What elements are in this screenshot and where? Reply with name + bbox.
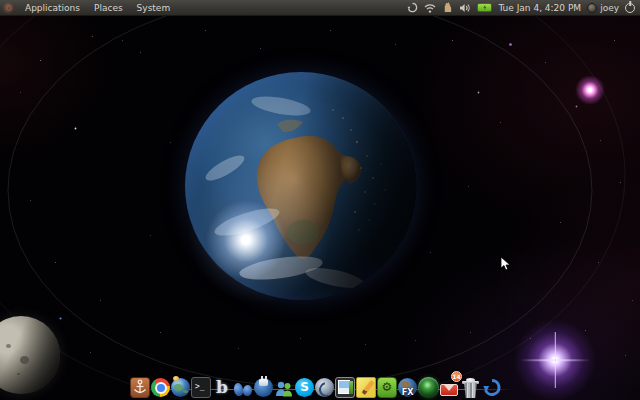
photos-monitor-icon[interactable] [335,377,355,398]
mail-notifier-icon[interactable]: 14 [440,375,460,396]
battery-indicator[interactable] [477,3,492,12]
banshee-icon[interactable]: b [212,377,232,398]
trash-can [463,383,478,398]
wifi-icon[interactable] [424,3,436,13]
magenta-star [575,75,605,105]
desktop-screen: Applications Places System T [0,0,640,400]
wallpaper [0,0,640,400]
tomboy-notes-icon[interactable] [356,377,376,398]
top-panel: Applications Places System T [0,0,640,16]
package-manager-icon[interactable]: ⚙ [377,377,397,398]
envelope-icon [440,384,458,396]
firefox-icon[interactable]: FX [398,378,417,397]
purple-star [515,320,595,400]
terminal-icon[interactable]: >_ [191,377,211,398]
earth [185,72,417,300]
refresh-icon[interactable] [482,377,502,398]
menu-places[interactable]: Places [88,2,129,14]
swirl-app-icon[interactable] [315,378,334,397]
chrome-icon[interactable] [151,378,170,397]
menu-applications[interactable]: Applications [19,2,86,14]
volume-icon[interactable] [459,3,471,13]
sync-icon[interactable] [407,2,418,13]
trash-icon[interactable] [461,377,481,398]
green-orb-icon[interactable] [418,377,439,398]
user-avatar [587,3,597,13]
sun-glint [203,200,289,280]
skype-icon[interactable]: S [295,378,314,397]
web-globe-icon[interactable] [171,378,190,397]
user-name: joey [600,3,619,13]
blue-paws-icon[interactable] [233,377,253,398]
user-menu[interactable]: joey [587,3,619,13]
robot-messenger-icon[interactable] [254,378,273,397]
mouse-cursor [500,256,512,272]
clock[interactable]: Tue Jan 4, 4:20 PM [498,3,581,13]
buddies-icon[interactable] [274,377,294,398]
docky-anchor-icon[interactable] [130,377,150,398]
dock: >_ b S ⚙ FX 14 [130,375,502,398]
hand-icon[interactable] [442,2,453,13]
distro-logo-icon[interactable] [3,2,15,14]
power-icon[interactable] [625,3,635,13]
menu-system[interactable]: System [131,2,177,14]
